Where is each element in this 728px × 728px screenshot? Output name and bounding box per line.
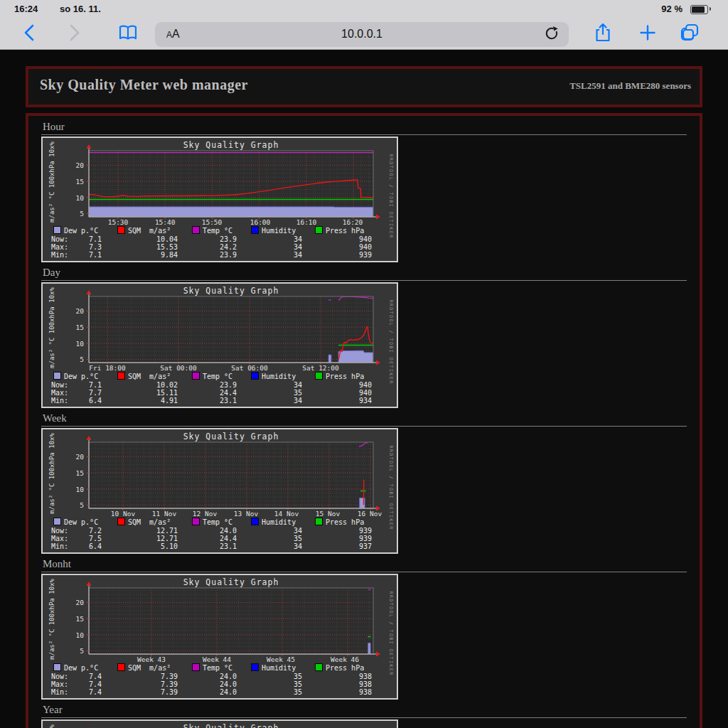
legend-item: Temp °C xyxy=(192,372,232,380)
x-tick-label: 15:30 xyxy=(93,218,143,226)
page-subtitle: TSL2591 and BME280 sensors xyxy=(569,80,691,92)
legend-value: 5.10 xyxy=(125,542,178,550)
legend-value: 940 xyxy=(319,389,372,397)
sky-quality-graph: Sky Quality Graphm/as² °C 100xhPa 10x%RR… xyxy=(41,719,398,728)
legend-item: Humidity xyxy=(251,372,296,380)
legend-item: Humidity xyxy=(251,518,296,526)
y-tick-label: 5 xyxy=(55,501,84,509)
legend-value: 23.9 xyxy=(184,251,237,259)
legend-value: 34 xyxy=(250,235,302,243)
legend-value: 34 xyxy=(250,251,302,259)
legend-swatch-icon xyxy=(315,226,323,234)
legend-value: 7.39 xyxy=(125,673,178,680)
sky-quality-graph: Sky Quality Graphm/as² °C 100xhPa 10x%RR… xyxy=(41,136,398,262)
legend-swatch-icon xyxy=(117,372,125,380)
legend-value: 12.71 xyxy=(125,527,178,535)
legend-value: 23.9 xyxy=(184,381,237,389)
legend-value: 24.2 xyxy=(184,243,237,251)
rrdtool-watermark: RRDTOOL / TOBI OETIKER xyxy=(388,139,394,253)
y-tick-label: 20 xyxy=(55,599,84,606)
legend-item: Humidity xyxy=(251,226,296,235)
legend-value: 940 xyxy=(319,235,372,243)
tabs-button[interactable] xyxy=(677,20,702,46)
legend-value: 23.1 xyxy=(184,397,237,405)
legend-item: Press hPa xyxy=(315,663,364,672)
legend-value: 24.0 xyxy=(184,527,237,535)
legend-swatch-icon xyxy=(53,518,61,525)
battery-nub-icon xyxy=(710,7,711,11)
legend-value: 938 xyxy=(319,680,372,688)
legend-swatch-icon xyxy=(117,226,125,234)
legend-value: 939 xyxy=(319,527,372,535)
battery-percent: 92 % xyxy=(661,4,682,14)
legend-swatch-icon xyxy=(192,518,200,525)
x-tick-label: 16:20 xyxy=(328,218,378,226)
battery-icon xyxy=(690,5,708,14)
graph-section-hour: HourSky Quality Graphm/as² °C 100xhPa 10… xyxy=(41,120,687,262)
y-tick-label: 5 xyxy=(55,210,84,218)
status-time: 16:24 xyxy=(14,4,38,14)
section-heading: Day xyxy=(41,266,687,281)
legend-swatch-icon xyxy=(251,226,259,234)
status-bar: 16:24 so 16. 11. 92 % xyxy=(0,0,728,17)
address-bar[interactable]: AA 10.0.0.1 xyxy=(155,22,569,47)
reload-button[interactable] xyxy=(543,26,560,46)
legend-swatch-icon xyxy=(251,372,259,380)
legend-value: 934 xyxy=(319,397,372,405)
legend-value: 35 xyxy=(250,673,302,680)
bookmarks-button[interactable] xyxy=(115,20,141,46)
legend-value: 7.7 xyxy=(49,389,102,397)
y-tick-label: 10 xyxy=(55,194,84,202)
y-tick-label: 10 xyxy=(55,631,84,639)
rrdtool-watermark: RRDTOOL / TOBI OETIKER xyxy=(388,285,394,399)
legend-value: 34 xyxy=(250,542,302,550)
section-heading: Week xyxy=(41,412,687,427)
chevron-right-icon xyxy=(66,23,82,42)
legend-swatch-icon xyxy=(192,372,200,380)
sky-quality-graph: Sky Quality Graphm/as² °C 100xhPa 10x%RR… xyxy=(41,282,398,408)
x-tick-label: Sat 06:00 xyxy=(225,364,274,372)
rrdtool-watermark: RRDTOOL / TOBI OETIKER xyxy=(388,722,394,728)
share-icon xyxy=(593,22,613,43)
legend-item: Dew p.°C xyxy=(53,518,98,526)
legend-item: Temp °C xyxy=(192,226,232,235)
legend-value: 937 xyxy=(319,542,372,550)
content-container: HourSky Quality Graphm/as² °C 100xhPa 10… xyxy=(26,113,702,728)
legend-value: 7.39 xyxy=(125,688,178,696)
browser-chrome: 16:24 so 16. 11. 92 % AA 10.0.0.1 xyxy=(0,0,728,50)
section-heading: Monht xyxy=(41,557,687,572)
legend-item: Temp °C xyxy=(192,518,232,526)
reload-icon xyxy=(543,26,560,43)
chevron-left-icon xyxy=(22,23,38,42)
y-tick-label: 20 xyxy=(55,453,84,461)
legend-swatch-icon xyxy=(53,372,61,380)
graph-y-axis-label: m/as² °C 100xhPa 10x% xyxy=(48,715,55,728)
graph-title: Sky Quality Graph xyxy=(89,140,373,150)
legend-item: Dew p.°C xyxy=(53,226,98,235)
book-icon xyxy=(118,24,138,41)
url-text[interactable]: 10.0.0.1 xyxy=(155,28,569,41)
forward-button[interactable] xyxy=(61,20,87,46)
x-tick-label: Week 45 xyxy=(256,655,306,663)
back-button[interactable] xyxy=(17,20,43,46)
new-tab-button[interactable] xyxy=(635,20,660,46)
plus-icon xyxy=(638,23,657,42)
legend-value: 23.1 xyxy=(184,542,237,550)
share-button[interactable] xyxy=(590,20,616,46)
browser-toolbar: AA 10.0.0.1 xyxy=(0,17,728,49)
legend-swatch-icon xyxy=(315,663,323,671)
legend-swatch-icon xyxy=(251,518,259,525)
legend-value: 7.1 xyxy=(49,235,102,243)
y-tick-label: 20 xyxy=(55,161,84,169)
legend-value: 15.11 xyxy=(125,389,178,397)
x-tick-label: 15:40 xyxy=(140,218,190,226)
graph-y-axis-label: m/as² °C 100xhPa 10x% xyxy=(48,278,55,378)
legend-value: 7.1 xyxy=(49,251,102,259)
legend-swatch-icon xyxy=(117,518,125,525)
legend-value: 7.4 xyxy=(49,673,102,680)
legend-value: 34 xyxy=(250,527,302,535)
legend-swatch-icon xyxy=(315,518,323,525)
legend-value: 7.39 xyxy=(125,680,178,688)
legend-value: 35 xyxy=(250,688,302,696)
legend-value: 7.2 xyxy=(49,527,102,535)
